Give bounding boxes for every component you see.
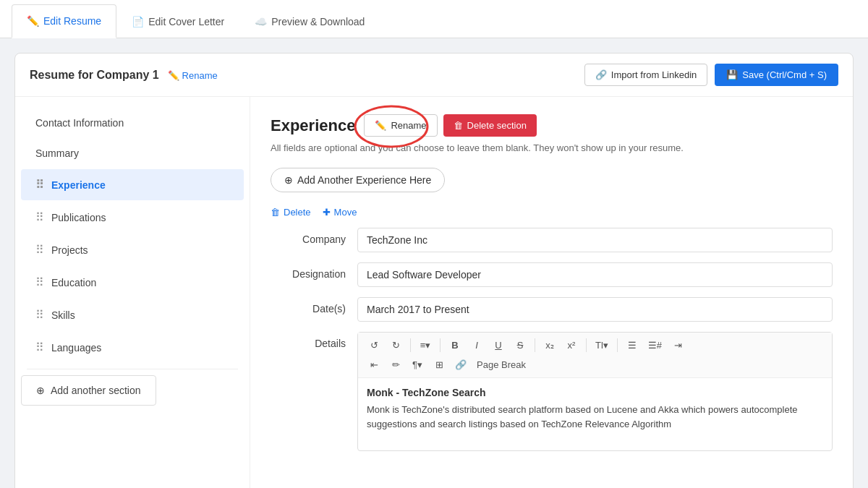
sidebar-item-languages[interactable]: ⠿ Languages: [21, 332, 244, 363]
download-icon: ☁️: [255, 16, 267, 27]
table-button[interactable]: ⊞: [429, 356, 449, 373]
editor-bold-heading: Monk - TechZone Search: [367, 387, 823, 398]
drag-handle-icon: ⠿: [35, 275, 44, 289]
entry-actions: 🗑 Delete ✚ Move: [271, 207, 833, 218]
sidebar-item-education[interactable]: ⠿ Education: [21, 267, 244, 298]
sidebar-item-skills[interactable]: ⠿ Skills: [21, 299, 244, 330]
add-another-section-button[interactable]: ⊕ Add another section: [21, 375, 156, 406]
save-icon: 💾: [726, 69, 738, 80]
section-header: Experience ✏️ Rename: [271, 114, 833, 137]
sidebar-item-label: Summary: [35, 147, 79, 159]
sidebar-item-contact-information[interactable]: Contact Information: [21, 108, 244, 137]
undo-button[interactable]: ↺: [364, 337, 384, 354]
sidebar-item-projects[interactable]: ⠿ Projects: [21, 234, 244, 265]
toolbar-separator: [535, 338, 535, 352]
details-editor: ↺ ↻ ≡▾ B I U S x₂ x²: [357, 332, 833, 451]
editor-content[interactable]: Monk - TechZone Search Monk is TechZone'…: [358, 378, 832, 450]
unordered-list-button[interactable]: ☰: [622, 337, 642, 354]
add-experience-button[interactable]: ⊕ Add Another Experience Here: [271, 168, 445, 192]
page-break-button[interactable]: Page Break: [472, 356, 530, 373]
toolbar-separator: [586, 338, 587, 352]
drag-handle-icon: ⠿: [35, 178, 44, 192]
pencil-icon: ✏️: [375, 120, 386, 131]
content-area: Experience ✏️ Rename: [250, 97, 853, 488]
resume-rename-link[interactable]: ✏️ Rename: [168, 70, 218, 81]
import-linkedin-button[interactable]: 🔗 Import from Linkedin: [584, 64, 708, 86]
ordered-list-button[interactable]: ☰#: [644, 337, 666, 354]
plus-icon: ⊕: [284, 174, 293, 186]
linkedin-icon: 🔗: [595, 69, 607, 80]
move-icon: ✚: [323, 207, 331, 218]
header-right: 🔗 Import from Linkedin 💾 Save (Ctrl/Cmd …: [584, 64, 838, 86]
sidebar-item-label: Skills: [51, 309, 75, 321]
resume-title: Resume for Company 1: [30, 69, 159, 81]
sidebar-item-label: Projects: [51, 244, 88, 256]
drag-handle-icon: ⠿: [35, 308, 44, 322]
company-input[interactable]: [357, 228, 833, 252]
tab-edit-resume[interactable]: ✏️ Edit Resume: [12, 4, 116, 38]
sidebar-item-label: Contact Information: [35, 117, 124, 129]
company-label: Company: [271, 228, 357, 245]
sidebar-item-label: Experience: [51, 179, 106, 191]
section-description: All fields are optional and you can choo…: [271, 142, 833, 153]
trash-icon: 🗑: [271, 207, 280, 218]
highlight-button[interactable]: ✏: [386, 356, 406, 373]
link-button[interactable]: 🔗: [451, 356, 471, 373]
tab-edit-cover-letter[interactable]: 📄 Edit Cover Letter: [116, 4, 239, 38]
sidebar: Contact Information Summary ⠿ Experience…: [15, 97, 250, 488]
toolbar-row-2: ⇤ ✏ ¶▾ ⊞ 🔗 Page Break: [364, 356, 530, 373]
redo-button[interactable]: ↻: [386, 337, 406, 354]
toolbar-separator: [617, 338, 618, 352]
company-field-row: Company: [271, 228, 833, 252]
drag-handle-icon: ⠿: [35, 210, 44, 224]
details-label: Details: [271, 332, 357, 349]
dates-input[interactable]: [357, 297, 833, 322]
font-size-button[interactable]: Tl▾: [591, 337, 613, 354]
designation-input[interactable]: [357, 262, 833, 287]
section-title: Experience: [271, 116, 355, 135]
underline-button[interactable]: U: [488, 337, 509, 354]
subscript-button[interactable]: x₂: [540, 337, 560, 354]
paragraph-button[interactable]: ¶▾: [407, 356, 427, 373]
rename-btn-wrapper: ✏️ Rename: [364, 114, 437, 137]
dates-field-row: Date(s): [271, 297, 833, 322]
align-button[interactable]: ≡▾: [415, 337, 435, 354]
section-actions: ✏️ Rename 🗑 Delete section: [364, 114, 537, 137]
sidebar-item-summary[interactable]: Summary: [21, 139, 244, 168]
sidebar-item-publications[interactable]: ⠿ Publications: [21, 202, 244, 233]
resume-title-group: Resume for Company 1 ✏️ Rename: [30, 69, 218, 82]
italic-button[interactable]: I: [467, 337, 487, 354]
dates-label: Date(s): [271, 297, 357, 314]
indent-left-button[interactable]: ⇤: [364, 356, 384, 373]
editor-toolbar: ↺ ↻ ≡▾ B I U S x₂ x²: [358, 333, 832, 378]
delete-section-button[interactable]: 🗑 Delete section: [443, 114, 537, 137]
move-entry-button[interactable]: ✚ Move: [323, 207, 357, 218]
designation-field-row: Designation: [271, 262, 833, 287]
superscript-button[interactable]: x²: [561, 337, 582, 354]
drag-handle-icon: ⠿: [35, 341, 44, 354]
sidebar-divider: [27, 369, 238, 369]
sidebar-item-experience[interactable]: ⠿ Experience: [21, 169, 244, 200]
toolbar-row-1: ↺ ↻ ≡▾ B I U S x₂ x²: [364, 337, 688, 354]
rename-button[interactable]: ✏️ Rename: [364, 114, 437, 137]
indent-button[interactable]: ⇥: [668, 337, 688, 354]
editor-body-text: Monk is TechZone's distributed search pl…: [367, 403, 823, 431]
trash-icon: 🗑: [454, 120, 463, 131]
top-navigation: ✏️ Edit Resume 📄 Edit Cover Letter ☁️ Pr…: [0, 0, 868, 38]
document-icon: 📄: [132, 16, 144, 27]
drag-handle-icon: ⠿: [35, 243, 44, 257]
edit-icon: ✏️: [27, 15, 39, 27]
plus-circle-icon: ⊕: [36, 385, 45, 396]
main-container: Resume for Company 1 ✏️ Rename 🔗 Import …: [0, 38, 868, 488]
toolbar-separator: [410, 338, 411, 352]
tab-preview-download[interactable]: ☁️ Preview & Download: [239, 4, 380, 38]
resume-header: Resume for Company 1 ✏️ Rename 🔗 Import …: [15, 53, 853, 97]
strikethrough-button[interactable]: S: [510, 337, 530, 354]
details-field-row: Details ↺ ↻ ≡▾ B I U: [271, 332, 833, 451]
sidebar-item-label: Languages: [51, 342, 101, 354]
delete-entry-button[interactable]: 🗑 Delete: [271, 207, 311, 218]
designation-label: Designation: [271, 262, 357, 280]
bold-button[interactable]: B: [445, 337, 465, 354]
save-button[interactable]: 💾 Save (Ctrl/Cmd + S): [715, 64, 838, 86]
resume-body: Contact Information Summary ⠿ Experience…: [15, 97, 853, 488]
